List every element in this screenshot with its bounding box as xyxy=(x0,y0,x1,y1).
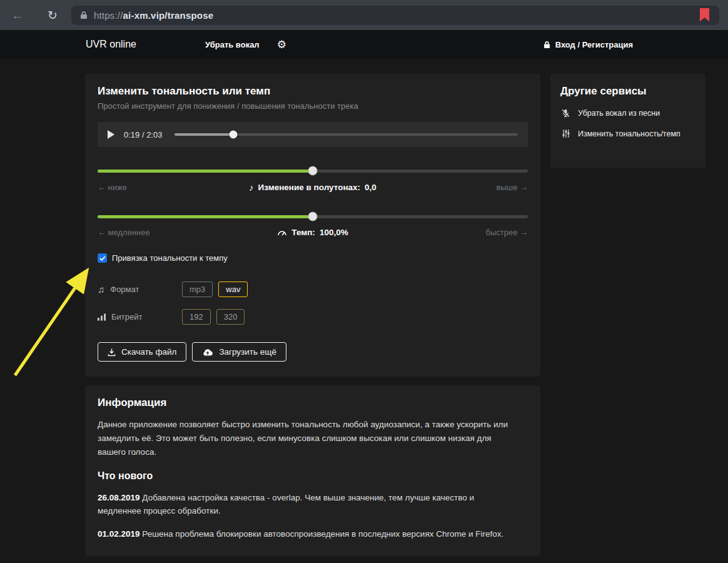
player-thumb[interactable] xyxy=(229,131,237,139)
nav-remove-vocal-link[interactable]: Убрать вокал xyxy=(205,40,260,49)
player-progress xyxy=(174,133,233,136)
brand-link[interactable]: UVR online xyxy=(86,39,136,50)
info-paragraph: Данное приложение позволяет быстро измен… xyxy=(98,418,515,459)
tachometer-icon xyxy=(277,229,287,236)
cloud-upload-icon xyxy=(202,348,213,356)
tempo-value: 100,0% xyxy=(320,228,348,237)
info-title: Информация xyxy=(98,397,528,409)
format-mp3-button[interactable]: mp3 xyxy=(182,282,213,297)
service-transpose-label: Изменить тональность/темп xyxy=(578,129,680,138)
upload-more-button[interactable]: Загрузить ещё xyxy=(192,342,286,362)
tempo-center-label: Темп: 100,0% xyxy=(204,228,422,237)
player-track xyxy=(174,133,518,136)
service-remove-vocal[interactable]: Убрать вокал из песни xyxy=(560,108,695,118)
entry-date: 01.02.2019 xyxy=(98,529,140,539)
service-remove-vocal-label: Убрать вокал из песни xyxy=(578,109,660,118)
audio-player: 0:19 / 2:03 xyxy=(98,122,528,147)
music-note-icon: ♫ xyxy=(98,284,104,295)
entry-date: 26.08.2019 xyxy=(98,493,140,502)
play-button[interactable] xyxy=(108,130,114,139)
tempo-thumb[interactable] xyxy=(308,212,318,221)
tempo-faster-label: быстрее → xyxy=(422,228,528,237)
services-title: Другие сервисы xyxy=(560,85,695,98)
pitch-thumb[interactable] xyxy=(308,166,318,176)
link-pitch-tempo-checkbox[interactable]: Привязка тональности к темпу xyxy=(98,253,528,263)
tempo-slider[interactable] xyxy=(98,211,528,221)
services-card: Другие сервисы Убрать вокал из песни Изм… xyxy=(550,74,705,168)
checkbox-checked-icon[interactable] xyxy=(98,253,107,263)
bitrate-label: Битрейт xyxy=(98,312,182,322)
download-label: Скачать файл xyxy=(121,347,176,357)
download-file-button[interactable]: Скачать файл xyxy=(98,342,186,362)
site-navbar: UVR online Убрать вокал ⚙ Вход / Регистр… xyxy=(0,30,728,59)
player-seek-slider[interactable] xyxy=(174,130,518,139)
format-row: ♫ Формат mp3 wav xyxy=(98,282,528,297)
transpose-subtitle: Простой инструмент для понижения / повыш… xyxy=(98,101,528,111)
reload-icon[interactable]: ↻ xyxy=(48,9,58,21)
info-card: Информация Данное приложение позволяет б… xyxy=(85,385,540,556)
transpose-card: Изменить тональность или темп Простой ин… xyxy=(85,74,540,377)
pitch-labels: ← ниже ♪ Изменение в полутонах: 0,0 выше… xyxy=(98,182,528,193)
login-label: Вход / Регистрация xyxy=(555,40,633,49)
changelog-entry: 01.02.2019 Решена проблема блокировки ав… xyxy=(98,527,515,541)
bitrate-192-button[interactable]: 192 xyxy=(182,309,211,325)
pitch-higher-label: выше → xyxy=(422,183,528,192)
download-icon xyxy=(108,348,116,357)
changelog-entry: 26.08.2019 Добавлена настройка качества … xyxy=(98,491,515,519)
url-host: ai-xm.vip/transpose xyxy=(123,10,214,21)
back-icon[interactable]: ← xyxy=(11,9,24,21)
mic-slash-icon xyxy=(560,108,571,118)
pitch-slider[interactable] xyxy=(98,166,528,176)
checkbox-label: Привязка тональности к темпу xyxy=(112,253,228,263)
url-scheme: https:// xyxy=(94,10,123,21)
service-transpose[interactable]: Изменить тональность/темп xyxy=(560,129,695,138)
login-link[interactable]: Вход / Регистрация xyxy=(543,40,633,49)
pitch-lower-label: ← ниже xyxy=(98,183,204,192)
tempo-slower-label: ← медленнее xyxy=(98,228,204,237)
upload-label: Загрузить ещё xyxy=(219,347,276,357)
screen: ← ↻ https://ai-xm.vip/transpose UVR onli… xyxy=(0,0,728,563)
pitch-center-label: ♪ Изменение в полутонах: 0,0 xyxy=(204,182,422,193)
pitch-caption: Изменение в полутонах: xyxy=(258,183,360,192)
format-wav-button[interactable]: wav xyxy=(218,282,248,297)
tempo-labels: ← медленнее Темп: 100,0% быстрее → xyxy=(98,228,528,237)
tempo-fill xyxy=(98,215,313,218)
sliders-icon xyxy=(560,129,571,138)
entry-text: Решена проблема блокировки автовоспроизв… xyxy=(142,529,503,539)
browser-chrome: ← ↻ https://ai-xm.vip/transpose xyxy=(0,0,728,30)
bitrate-caption: Битрейт xyxy=(111,312,142,322)
player-time: 0:19 / 2:03 xyxy=(124,130,162,139)
pitch-fill xyxy=(98,170,313,173)
note-icon: ♪ xyxy=(249,182,254,193)
pitch-value: 0,0 xyxy=(365,183,377,192)
whats-new-title: Что нового xyxy=(98,470,528,482)
bars-icon xyxy=(98,313,106,321)
bookmark-icon[interactable] xyxy=(700,8,709,22)
login-lock-icon xyxy=(543,41,550,49)
format-label: ♫ Формат xyxy=(98,284,182,295)
entry-text: Добавлена настройка качества - overlap. … xyxy=(98,493,474,516)
format-caption: Формат xyxy=(110,285,139,294)
actions-row: Скачать файл Загрузить ещё xyxy=(98,342,528,362)
tempo-caption: Темп: xyxy=(291,228,315,237)
bitrate-row: Битрейт 192 320 xyxy=(98,309,528,325)
bitrate-320-button[interactable]: 320 xyxy=(216,309,245,325)
address-bar[interactable]: https://ai-xm.vip/transpose xyxy=(71,6,719,25)
lock-icon xyxy=(80,11,88,19)
transpose-title: Изменить тональность или темп xyxy=(98,85,528,98)
url-text: https://ai-xm.vip/transpose xyxy=(94,10,213,21)
gear-icon[interactable]: ⚙ xyxy=(277,38,286,51)
